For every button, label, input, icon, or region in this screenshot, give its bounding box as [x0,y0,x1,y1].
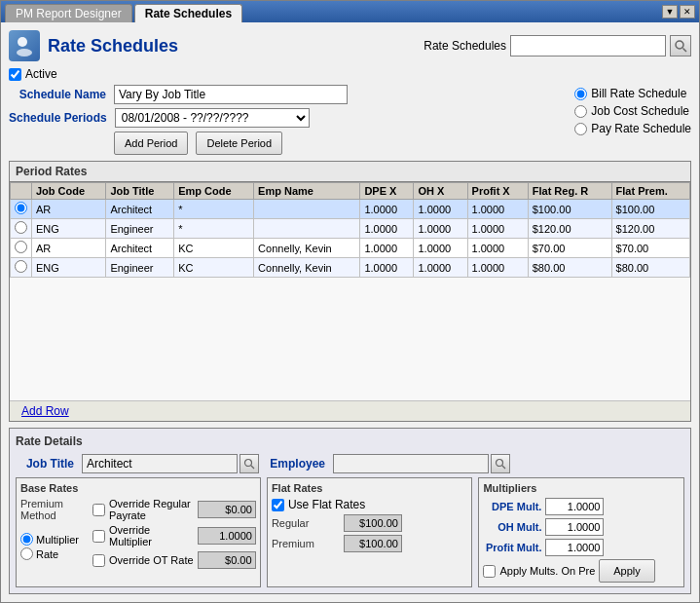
use-flat-rates-checkbox[interactable] [272,499,284,511]
premium-method-row: Premium Method Override Regular Payrate [20,498,256,521]
col-emp-name: Emp Name [254,183,360,200]
cell-job-code: ENG [32,219,106,239]
table-row[interactable]: AR Architect KC Connelly, Kevin 1.0000 1… [11,239,690,258]
dpe-mult-row: DPE Mult. [483,498,680,515]
search-button[interactable] [670,35,691,57]
employee-search-icon [495,458,506,470]
profit-mult-input[interactable] [545,539,604,556]
flat-premium-input[interactable] [344,535,402,552]
row-select[interactable] [11,239,32,258]
cell-dpe-x: 1.0000 [360,219,414,239]
window-controls: ▼ ✕ [662,5,695,19]
pay-rate-radio[interactable] [574,123,587,135]
tab-rate-schedules[interactable]: Rate Schedules [134,4,242,22]
rate-radio[interactable] [20,547,33,560]
cell-emp-code: * [174,219,254,239]
job-title-label: Job Title [16,457,74,471]
cell-flat-reg: $100.00 [528,200,611,219]
col-emp-code: Emp Code [174,183,254,200]
row-select[interactable] [11,219,32,239]
rate-details-fields: Job Title Employee [16,454,684,473]
schedule-name-label: Schedule Name [9,88,106,101]
close-button[interactable]: ✕ [680,5,695,19]
apply-button[interactable]: Apply [599,559,655,583]
tab-bar: PM Report Designer Rate Schedules [5,1,244,22]
cell-emp-name: Connelly, Kevin [254,258,360,278]
employee-search-button[interactable] [491,454,510,473]
search-input[interactable] [510,35,666,57]
job-cost-radio[interactable] [574,105,587,118]
schedule-name-input[interactable] [114,85,348,104]
row-select[interactable] [11,258,32,278]
page-title-group: Rate Schedules [9,30,178,61]
cell-emp-name [254,219,360,239]
tab-pm-report-designer[interactable]: PM Report Designer [5,4,132,22]
override-ot-checkbox[interactable] [92,554,105,567]
search-label: Rate Schedules [424,39,506,53]
schedule-periods-select[interactable]: 08/01/2008 - ??/??/???? [115,108,310,128]
cell-oh-x: 1.0000 [414,219,467,239]
cell-job-title: Architect [106,200,174,219]
oh-mult-input[interactable] [545,518,604,536]
period-rates-table-container[interactable]: Job Code Job Title Emp Code Emp Name DPE… [10,182,690,400]
override-regular-label: Override Regular Payrate [109,498,194,521]
base-rates-title: Base Rates [20,482,256,494]
active-checkbox[interactable] [9,68,21,81]
cell-dpe-x: 1.0000 [360,258,414,278]
pay-rate-option[interactable]: Pay Rate Schedule [574,122,691,135]
multipliers-box: Multipliers DPE Mult. OH Mult. Profit Mu… [478,477,684,587]
job-cost-label: Job Cost Schedule [591,104,689,118]
employee-input[interactable] [333,454,489,473]
main-window: PM Report Designer Rate Schedules ▼ ✕ Ra… [0,0,700,603]
bill-rate-label: Bill Rate Schedule [591,87,686,100]
period-rates-table: Job Code Job Title Emp Code Emp Name DPE… [10,182,690,278]
job-title-input[interactable] [82,454,238,473]
override-multiplier-input[interactable] [198,527,256,545]
table-row[interactable]: ENG Engineer KC Connelly, Kevin 1.0000 1… [11,258,690,278]
override-multiplier-checkbox[interactable] [92,530,105,543]
override-ot-input[interactable] [198,551,256,569]
search-icon [674,39,687,53]
period-rates-section: Period Rates Job Code Job Title Emp Code… [9,161,691,422]
page-title-text: Rate Schedules [48,36,178,57]
override-regular-checkbox[interactable] [92,504,105,516]
cell-emp-code: KC [174,258,254,278]
job-title-search-button[interactable] [239,454,259,473]
bill-rate-radio[interactable] [574,88,587,100]
apply-mults-checkbox[interactable] [483,565,496,578]
table-row[interactable]: ENG Engineer * 1.0000 1.0000 1.0000 $120… [11,219,690,239]
dpe-mult-input[interactable] [545,498,604,515]
apply-mults-label: Apply Mults. On Pre [499,565,595,577]
cell-job-code: ENG [32,258,106,278]
multiplier-radio[interactable] [20,533,33,546]
rate-option[interactable]: Rate [20,547,89,560]
delete-period-button[interactable]: Delete Period [196,132,282,155]
cell-flat-prem: $80.00 [611,258,689,278]
bill-rate-option[interactable]: Bill Rate Schedule [574,87,691,100]
row-select[interactable] [11,200,32,219]
flat-regular-input[interactable] [344,514,402,532]
cell-oh-x: 1.0000 [414,200,467,219]
schedule-type-options: Bill Rate Schedule Job Cost Schedule Pay… [574,67,691,155]
job-cost-option[interactable]: Job Cost Schedule [574,104,691,118]
minimize-button[interactable]: ▼ [662,5,678,19]
col-flat-reg: Flat Reg. R [528,183,611,200]
cell-emp-name: Connelly, Kevin [254,239,360,258]
apply-mults-row: Apply Mults. On Pre Apply [483,559,680,583]
multiplier-option[interactable]: Multiplier [20,533,89,546]
cell-flat-reg: $80.00 [528,258,611,278]
table-row[interactable]: AR Architect * 1.0000 1.0000 1.0000 $100… [11,200,690,219]
col-job-code: Job Code [32,183,106,200]
schedule-periods-row: Schedule Periods 08/01/2008 - ??/??/???? [9,108,567,128]
use-flat-rates-label: Use Flat Rates [288,498,365,511]
schedule-periods-label: Schedule Periods [9,111,107,125]
override-regular-input[interactable] [198,501,256,518]
employee-label: Employee [267,457,325,471]
premium-method-label: Premium Method [20,498,89,521]
cell-profit-x: 1.0000 [467,200,528,219]
cell-job-code: AR [32,200,106,219]
add-period-button[interactable]: Add Period [114,132,188,155]
pay-rate-label: Pay Rate Schedule [591,122,691,135]
add-row-link[interactable]: Add Row [16,402,75,420]
sub-sections: Base Rates Premium Method Override Regul… [16,477,684,587]
